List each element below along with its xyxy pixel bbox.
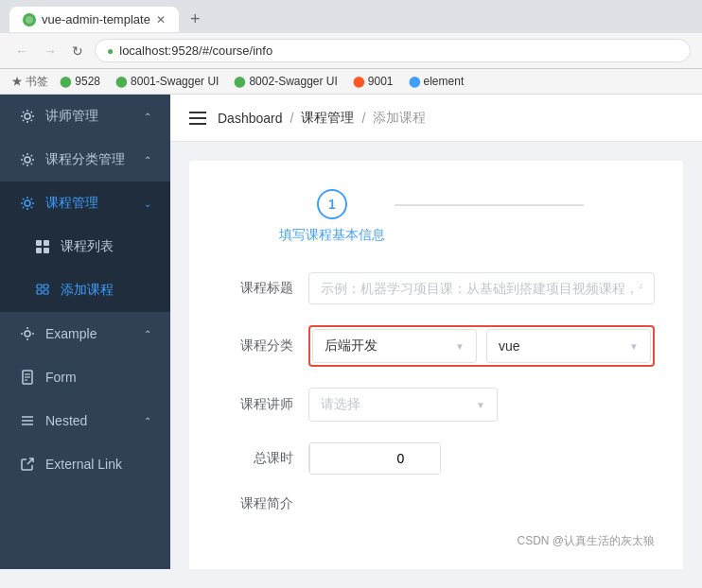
add-person-icon-course-add [34, 282, 51, 299]
form-row-hours: 总课时 0 ▲ ▼ [218, 442, 655, 475]
sidebar-label-course-add: 添加课程 [61, 282, 151, 299]
instructor-placeholder: 请选择 [321, 396, 472, 413]
category-second-select[interactable]: vue ▼ [486, 329, 651, 363]
url-box[interactable]: ● localhost:9528/#/course/info [95, 39, 691, 62]
form-row-instructor: 课程讲师 请选择 ▼ [218, 388, 655, 422]
svg-point-2 [25, 200, 30, 206]
cog-icon-teacher [19, 108, 36, 125]
svg-point-1 [25, 157, 30, 163]
bookmark-label-swagger2: 8002-Swagger UI [249, 75, 337, 88]
sidebar-item-form[interactable]: Form [0, 355, 170, 399]
breadcrumb-sep-2: / [361, 111, 365, 126]
step-1-circle: 1 [317, 189, 347, 219]
bookmark-icon-9001: ⬤ [353, 76, 364, 88]
hamburger-menu[interactable] [189, 112, 206, 125]
label-course-instructor: 课程讲师 [218, 396, 293, 413]
bookmark-9001[interactable]: ⬤ 9001 [349, 73, 397, 90]
bookmark-swagger1[interactable]: ⬤ 8001-Swagger UI [112, 73, 222, 90]
svg-rect-5 [37, 290, 42, 294]
bookmark-icon-swagger2: ⬤ [234, 76, 245, 88]
hours-input[interactable]: 0 [309, 443, 441, 474]
sidebar: 讲师管理 ⌃ 课程分类管理 ⌃ 课程管理 ⌄ [0, 95, 170, 569]
bookmark-label-element: element [424, 75, 465, 88]
page-header: Dashboard / 课程管理 / 添加课程 [170, 95, 702, 142]
svg-rect-4 [44, 285, 48, 288]
breadcrumb-add-course: 添加课程 [373, 110, 426, 127]
url-text: localhost:9528/#/course/info [119, 43, 272, 58]
back-button[interactable]: ← [11, 42, 32, 61]
bookmark-element[interactable]: ⬤ element [405, 73, 468, 90]
tab-bar: vue-admin-template ✕ + [0, 0, 702, 33]
forward-button[interactable]: → [40, 42, 61, 61]
chevron-down-icon-example: ⌃ [144, 329, 151, 339]
sidebar-item-external[interactable]: External Link [0, 442, 170, 486]
bookmark-9528[interactable]: ⬤ 9528 [56, 73, 104, 90]
sidebar-item-teacher[interactable]: 讲师管理 ⌃ [0, 95, 170, 138]
bookmark-swagger2[interactable]: ⬤ 8002-Swagger UI [230, 73, 341, 90]
tab-title: vue-admin-template [42, 12, 150, 26]
form-card: 1 填写课程基本信息 课程标题 课程分类 [189, 161, 683, 569]
bookmark-icon-element: ⬤ [409, 76, 420, 88]
new-tab-button[interactable]: + [183, 6, 208, 33]
cog-icon-example [19, 325, 36, 342]
sidebar-label-example: Example [45, 326, 134, 341]
browser-window: vue-admin-template ✕ + ← → ↻ ● localhost… [0, 0, 702, 95]
tab-close-button[interactable]: ✕ [156, 13, 166, 26]
chevron-down-icon-cat1: ▼ [455, 341, 465, 352]
svg-rect-3 [37, 285, 42, 288]
watermark: CSDN @认真生活的灰太狼 [218, 533, 655, 549]
category-second-value: vue [499, 338, 625, 354]
sidebar-item-example[interactable]: Example ⌃ [0, 312, 170, 355]
bookmark-icon-swagger1: ⬤ [115, 76, 127, 88]
label-course-category: 课程分类 [218, 337, 293, 355]
cog-icon-category [19, 151, 36, 168]
sidebar-item-course-add[interactable]: 添加课程 [0, 268, 170, 312]
bookmarks-label: ★ 书签 [11, 74, 48, 90]
bookmarks-bar: ★ 书签 ⬤ 9528 ⬤ 8001-Swagger UI ⬤ 8002-Swa… [0, 69, 702, 95]
chevron-down-icon-teacher: ⌃ [144, 112, 151, 122]
svg-point-0 [25, 113, 30, 119]
label-total-hours: 总课时 [218, 450, 293, 467]
bookmark-label-9001: 9001 [368, 75, 394, 88]
label-course-intro: 课程简介 [218, 495, 293, 512]
breadcrumb-dashboard[interactable]: Dashboard [218, 111, 283, 126]
form-row-title: 课程标题 [218, 272, 655, 304]
instructor-select[interactable]: 请选择 ▼ [308, 388, 498, 422]
sidebar-label-nested: Nested [45, 413, 134, 428]
bookmark-label-9528: 9528 [75, 75, 100, 88]
sidebar-label-external: External Link [45, 457, 151, 472]
step-1-number: 1 [328, 197, 336, 212]
course-instructor-control: 请选择 ▼ [308, 388, 655, 422]
sidebar-item-category[interactable]: 课程分类管理 ⌃ [0, 138, 170, 182]
course-hours-control: 0 ▲ ▼ [308, 442, 655, 475]
breadcrumb: Dashboard / 课程管理 / 添加课程 [218, 110, 426, 127]
step-1: 1 填写课程基本信息 [279, 189, 385, 244]
sidebar-item-course-list[interactable]: 课程列表 [0, 225, 170, 268]
list-icon-nested [19, 412, 36, 429]
link-icon-external [19, 456, 36, 473]
svg-rect-6 [44, 290, 48, 294]
chevron-down-icon-category: ⌃ [144, 155, 151, 165]
page-content: 1 填写课程基本信息 课程标题 课程分类 [170, 142, 702, 569]
refresh-button[interactable]: ↻ [68, 42, 87, 61]
form-row-intro: 课程简介 [218, 495, 655, 512]
cog-icon-course [19, 195, 36, 212]
doc-icon-form [19, 369, 36, 386]
address-bar: ← → ↻ ● localhost:9528/#/course/info [0, 33, 702, 69]
sidebar-item-nested[interactable]: Nested ⌃ [0, 399, 170, 442]
hours-number-input: 0 ▲ ▼ [308, 442, 441, 475]
bookmark-icon-9528: ⬤ [60, 76, 71, 88]
step-line [395, 204, 584, 206]
category-first-select[interactable]: 后端开发 ▼ [312, 329, 477, 363]
step-1-label: 填写课程基本信息 [279, 227, 385, 244]
hamburger-line-1 [189, 112, 206, 113]
sidebar-label-category: 课程分类管理 [45, 151, 134, 168]
breadcrumb-sep-1: / [290, 111, 294, 126]
active-tab[interactable]: vue-admin-template ✕ [9, 7, 179, 32]
svg-point-7 [25, 331, 30, 337]
breadcrumb-course-management[interactable]: 课程管理 [301, 110, 354, 127]
sidebar-item-course[interactable]: 课程管理 ⌄ [0, 182, 170, 225]
chevron-up-icon-course: ⌄ [144, 199, 151, 209]
sidebar-label-course: 课程管理 [45, 195, 134, 212]
course-title-input[interactable] [308, 272, 655, 304]
